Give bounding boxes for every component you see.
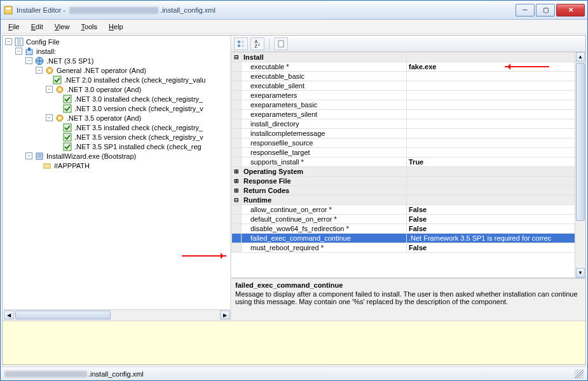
property-row[interactable]: exeparameters_basic [232, 100, 585, 110]
titlebar[interactable]: Installer Editor - .install_config.xml ─… [1, 1, 587, 20]
tree-hscrollbar[interactable]: ◀ ▶ [4, 309, 230, 320]
property-row[interactable]: supports_install *True [232, 157, 585, 167]
property-value[interactable]: True [407, 157, 585, 167]
property-row[interactable]: must_reboot_required *False [232, 243, 585, 253]
menu-file[interactable]: FFileile [3, 22, 25, 32]
svg-rect-18 [36, 153, 43, 159]
tree-n30i[interactable]: .NET 3.0 installed check (check_registry… [74, 95, 203, 103]
property-value[interactable] [407, 91, 585, 100]
tree-n30op[interactable]: .NET 3.0 operator (And) [67, 86, 141, 93]
property-value[interactable] [407, 72, 585, 81]
check-icon [52, 75, 62, 85]
property-row[interactable]: default_continue_on_error *False [232, 215, 585, 224]
tree-install[interactable]: install: [36, 48, 56, 55]
menu-edit[interactable]: Edit [26, 22, 48, 32]
description-title: failed_exec_command_continue [235, 281, 582, 289]
tree-n35v[interactable]: .NET 3.5 version check (check_registry_v [74, 133, 203, 141]
property-row[interactable]: install_directory [232, 119, 585, 129]
scroll-up-icon[interactable]: ▲ [576, 52, 585, 62]
property-key: failed_exec_command_continue [242, 234, 407, 243]
menu-help[interactable]: Help [104, 22, 128, 32]
tree-panel[interactable]: −Config File −install: −.NET (3.5 SP1) −… [3, 36, 231, 320]
property-row[interactable]: installcompletemessage [232, 129, 585, 138]
annotation-arrow [182, 255, 226, 257]
menu-view[interactable]: View [50, 22, 75, 32]
tree-n35sp[interactable]: .NET 3.5 SP1 installed check (check_reg [74, 143, 202, 150]
property-value[interactable] [407, 100, 585, 110]
category-row[interactable]: ⊞Operating System [232, 167, 585, 177]
tree-n20[interactable]: .NET 2.0 installed check (check_registry… [64, 76, 205, 84]
property-row[interactable]: allow_continue_on_error *False [232, 205, 585, 215]
alphabetical-button[interactable]: AZ↓ [250, 37, 264, 50]
svg-rect-24 [278, 41, 284, 47]
category-row[interactable]: ⊟Runtime [232, 196, 585, 205]
maximize-button[interactable]: ▢ [536, 4, 555, 17]
resize-grip-icon[interactable] [575, 370, 584, 378]
tree-wiz[interactable]: InstallWizard.exe (Bootstrap) [46, 152, 136, 160]
property-value[interactable] [407, 129, 585, 138]
tree-n35i[interactable]: .NET 3.5 installed check (check_registry… [74, 124, 203, 131]
gear-icon [55, 84, 65, 95]
expand-icon[interactable]: − [5, 38, 12, 45]
menu-tools[interactable]: Tools [76, 22, 102, 32]
tree-net[interactable]: .NET (3.5 SP1) [46, 57, 93, 65]
property-value[interactable]: False [407, 215, 585, 224]
property-value[interactable]: .Net Framework 3.5 SP1 is required for c… [407, 234, 585, 243]
property-row[interactable]: exeparameters_silent [232, 110, 585, 119]
tree-root[interactable]: Config File [26, 38, 60, 46]
property-description: failed_exec_command_continue Message to … [231, 278, 585, 320]
scroll-thumb[interactable] [15, 311, 111, 319]
tree-general-op[interactable]: General .NET operator (And) [57, 67, 146, 74]
property-value[interactable] [407, 119, 585, 129]
scroll-right-icon[interactable]: ▶ [220, 311, 230, 319]
minimize-button[interactable]: ─ [516, 4, 535, 17]
property-value[interactable] [407, 148, 585, 157]
property-row[interactable]: exeparameters [232, 91, 585, 100]
check-icon [62, 104, 72, 114]
categorized-button[interactable] [234, 37, 248, 50]
tree-n35op[interactable]: .NET 3.5 operator (And) [67, 114, 141, 122]
path-icon [42, 161, 52, 171]
close-button[interactable]: ✕ [556, 4, 585, 17]
property-grid[interactable]: ⊟Installexecutable *fake.exeexecutable_b… [231, 52, 585, 278]
svg-rect-1 [6, 8, 11, 10]
category-row[interactable]: ⊟Install [232, 53, 585, 62]
gear-icon [44, 65, 55, 76]
check-icon [62, 132, 72, 142]
property-row[interactable]: failed_exec_command_continue.Net Framewo… [232, 234, 585, 243]
property-value[interactable] [407, 81, 585, 91]
property-value[interactable] [407, 110, 585, 119]
category-row[interactable]: ⊞Response File [232, 177, 585, 186]
property-value[interactable]: fake.exe [407, 62, 585, 72]
property-value[interactable]: False [407, 243, 585, 253]
scroll-left-icon[interactable]: ◀ [4, 311, 14, 319]
property-value[interactable]: False [407, 205, 585, 215]
property-pages-button[interactable] [274, 37, 288, 50]
property-value[interactable]: False [407, 224, 585, 234]
tree-n30v[interactable]: .NET 3.0 version check (check_registry_v [74, 105, 203, 112]
output-panel[interactable] [3, 320, 585, 364]
scroll-down-icon[interactable]: ▼ [576, 268, 585, 277]
config-icon [14, 37, 24, 47]
category-row[interactable]: ⊞Return Codes [232, 186, 585, 196]
tree-apppath[interactable]: #APPPATH [54, 162, 90, 170]
property-row[interactable]: responsefile_target [232, 148, 585, 157]
svg-rect-17 [64, 143, 71, 150]
app-window: Installer Editor - .install_config.xml ─… [0, 0, 588, 381]
property-key: executable * [242, 62, 407, 72]
property-key: installcompletemessage [242, 129, 407, 138]
property-row[interactable]: disable_wow64_fs_redirection *False [232, 224, 585, 234]
svg-point-7 [48, 69, 51, 72]
check-icon [62, 142, 72, 152]
scroll-thumb[interactable] [576, 63, 585, 221]
property-row[interactable]: executable_basic [232, 72, 585, 81]
status-path-blur [4, 371, 87, 377]
property-row[interactable]: executable_silent [232, 81, 585, 91]
property-row[interactable]: responsefile_source [232, 138, 585, 148]
property-value[interactable] [407, 138, 585, 148]
svg-rect-0 [4, 6, 12, 14]
statusbar: .install_config.xml [1, 366, 587, 380]
grid-vscrollbar[interactable]: ▲ ▼ [575, 52, 585, 277]
property-key: executable_basic [242, 72, 407, 81]
property-key: exeparameters_basic [242, 100, 407, 110]
